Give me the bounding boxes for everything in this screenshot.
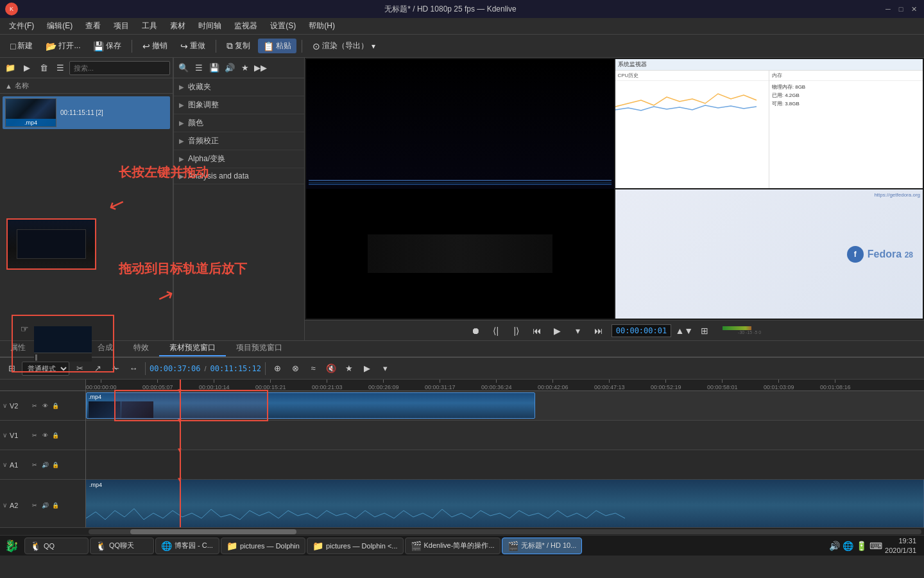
open-button[interactable]: 📂 打开...: [40, 39, 85, 53]
render-dropdown-icon[interactable]: ▾: [372, 42, 375, 51]
v1-track-content[interactable]: [86, 421, 924, 450]
effects-save-button[interactable]: 💾: [207, 61, 221, 75]
a1-audio-btn[interactable]: 🔊: [40, 460, 49, 469]
bin-list-view-button[interactable]: ☰: [53, 60, 68, 76]
timeline-play-dropdown[interactable]: ▾: [377, 361, 393, 376]
taskbar-dolphin2[interactable]: 📁 pictures — Dolphin <...: [307, 538, 404, 554]
bin-expand-button[interactable]: ▲: [5, 82, 12, 90]
v1-scissors-btn[interactable]: ✂: [30, 431, 39, 440]
bin-add-clip-button[interactable]: ▶: [19, 60, 35, 76]
menu-monitor[interactable]: 监视器: [228, 19, 264, 33]
timeline-wave-button[interactable]: ≈: [305, 361, 321, 376]
new-button[interactable]: □ 新建: [5, 39, 38, 53]
paste-button[interactable]: 📋 粘贴: [258, 39, 296, 53]
preview-mark-out-button[interactable]: |⟩: [509, 323, 524, 338]
v2-scissors-btn[interactable]: ✂: [30, 401, 39, 410]
v2-track-content[interactable]: .mp4: [86, 391, 924, 421]
timeline-mute-button[interactable]: 🔇: [323, 361, 339, 376]
taskbar-kdenlive-active[interactable]: 🎬 无标题* / HD 10...: [502, 538, 583, 554]
taskbar-dolphin1[interactable]: 📁 pictures — Dolphin: [221, 538, 305, 554]
v2-eye-btn[interactable]: 👁: [40, 401, 49, 410]
keyboard-icon[interactable]: ⌨: [869, 541, 882, 551]
v1-eye-btn[interactable]: 👁: [40, 431, 49, 440]
a1-track-content[interactable]: [86, 450, 924, 480]
effects-audio-button[interactable]: 🔊: [223, 61, 237, 75]
preview-play-dropdown[interactable]: ▾: [570, 323, 586, 338]
preview-prev-button[interactable]: ⏮: [529, 323, 545, 338]
timeline-snap2-button[interactable]: ⊗: [287, 361, 303, 376]
effect-audio-correct[interactable]: ▶ 音频校正: [174, 132, 304, 150]
menu-project[interactable]: 项目: [107, 19, 135, 33]
minimize-button[interactable]: ─: [883, 4, 893, 14]
undo-button[interactable]: ↩ 撤销: [137, 39, 173, 53]
redo-button[interactable]: ↪ 重做: [175, 39, 210, 53]
effect-color[interactable]: ▶ 颜色: [174, 114, 304, 132]
a2-lock-btn[interactable]: 🔒: [51, 501, 60, 510]
volume-icon[interactable]: 🔊: [829, 541, 840, 551]
scrollbar-thumb[interactable]: [130, 529, 297, 534]
bin-search-input[interactable]: [69, 61, 170, 75]
preview-record-button[interactable]: ⏺: [468, 323, 483, 338]
v2-lock-btn[interactable]: 🔒: [51, 401, 60, 410]
v2-collapse-btn[interactable]: ∨: [3, 402, 7, 409]
menu-settings[interactable]: 设置(S): [264, 19, 302, 33]
taskbar-qq-chat[interactable]: 🐧 QQ聊天: [90, 538, 154, 554]
effects-search-button[interactable]: 🔍: [176, 61, 191, 75]
a2-collapse-btn[interactable]: ∨: [3, 502, 7, 509]
a1-scissors-btn[interactable]: ✂: [30, 460, 39, 469]
timeline-scrollbar[interactable]: [0, 527, 924, 535]
menu-clip[interactable]: 素材: [164, 19, 192, 33]
v1-track-name: V1: [10, 432, 28, 439]
a2-audio-btn[interactable]: 🔊: [40, 501, 49, 510]
taskbar-start-icon[interactable]: 🐉: [3, 537, 21, 555]
a1-collapse-btn[interactable]: ∨: [3, 461, 7, 468]
effects-star-button[interactable]: ★: [238, 61, 252, 75]
effect-alpha-transform[interactable]: ▶ Alpha/变换: [174, 150, 304, 168]
timeline-star-button[interactable]: ★: [341, 361, 357, 376]
preview-time-edit-button[interactable]: ▲▼: [676, 323, 692, 338]
timeline-spacer-button[interactable]: ↔: [126, 361, 141, 376]
menu-view[interactable]: 查看: [79, 19, 107, 33]
effect-analysis[interactable]: ▶ Analysis and data: [174, 168, 304, 184]
preview-fullscreen-button[interactable]: ⊞: [697, 323, 712, 338]
timeline-play-button[interactable]: ▶: [359, 361, 375, 376]
save-button[interactable]: 💾 保存: [88, 39, 126, 53]
a2-scissors-btn[interactable]: ✂: [30, 501, 39, 510]
preview-mark-in-button[interactable]: ⟨|: [488, 323, 504, 338]
effect-favorites[interactable]: ▶ 收藏夹: [174, 78, 304, 96]
bin-item[interactable]: .mp4 00:11:15:11 [2]: [3, 96, 170, 129]
render-button[interactable]: ⊙ 渲染（导出） ▾: [307, 39, 381, 53]
a2-clip[interactable]: .mp4: [86, 480, 924, 527]
effect-image-adjust[interactable]: ▶ 图象调整: [174, 96, 304, 114]
network-icon[interactable]: 🌐: [843, 541, 853, 551]
maximize-button[interactable]: □: [896, 4, 906, 14]
effects-more-button[interactable]: ▶▶: [253, 61, 268, 75]
battery-icon[interactable]: 🔋: [856, 541, 867, 551]
tab-project-preview[interactable]: 项目预览窗口: [226, 340, 293, 356]
bin-add-folder-button[interactable]: 📁: [3, 60, 18, 76]
close-button[interactable]: ✕: [909, 4, 919, 14]
menu-timeline[interactable]: 时间轴: [192, 19, 228, 33]
taskbar-kdenlive-guide[interactable]: 🎬 Kdenlive-简单的操作...: [405, 538, 501, 554]
menu-tools[interactable]: 工具: [135, 19, 164, 33]
ruler-mark-9: 00:00:47:13: [594, 380, 625, 390]
taskbar-qq[interactable]: 🐧 QQ: [24, 538, 89, 554]
fedora-url: https://getfedora.org: [874, 192, 920, 198]
menu-edit[interactable]: 编辑(E): [40, 19, 79, 33]
a1-lock-btn[interactable]: 🔒: [51, 460, 60, 469]
a2-track-content[interactable]: .mp4: [86, 480, 924, 527]
v1-collapse-btn[interactable]: ∨: [3, 432, 7, 439]
timeline-snap-button[interactable]: ⊕: [270, 361, 285, 376]
tab-effects[interactable]: 特效: [123, 340, 159, 356]
copy-button[interactable]: ⧉ 复制: [221, 39, 255, 53]
preview-next-button[interactable]: ⏭: [591, 323, 606, 338]
preview-play-button[interactable]: ▶: [550, 323, 565, 338]
taskbar-browser[interactable]: 🌐 博客园 - C...: [155, 538, 219, 554]
tab-source-preview[interactable]: 素材预览窗口: [159, 340, 226, 356]
menu-file[interactable]: 文件(F): [3, 19, 40, 33]
effects-list-button[interactable]: ☰: [192, 61, 206, 75]
menu-help[interactable]: 帮助(H): [302, 19, 341, 33]
v1-lock-btn[interactable]: 🔒: [51, 431, 60, 440]
bin-delete-button[interactable]: 🗑: [36, 60, 51, 76]
scrollbar-track[interactable]: [89, 529, 921, 534]
